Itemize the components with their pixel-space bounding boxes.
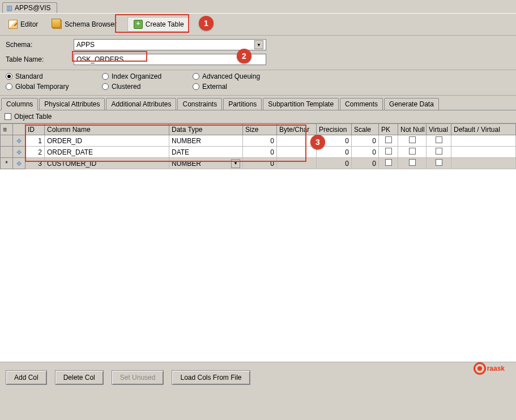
cell-id[interactable]: 3 <box>25 158 45 169</box>
cell-notnull[interactable] <box>398 158 427 169</box>
cell-datatype[interactable]: NUMBER <box>169 135 243 147</box>
cell-bytechar[interactable] <box>277 158 317 169</box>
radio-external-label: External <box>202 83 227 91</box>
grid-header-datatype[interactable]: Data Type <box>169 124 243 135</box>
cell-virtual[interactable] <box>427 135 451 147</box>
radio-standard[interactable]: Standard <box>6 72 96 80</box>
row-drag-handle[interactable]: ✥ <box>13 147 25 158</box>
tab-comments[interactable]: Comments <box>340 98 383 110</box>
schema-dropdown-button[interactable]: ▼ <box>254 40 263 49</box>
table-type-group: Standard Global Temporary Index Organize… <box>0 70 516 96</box>
delete-col-button[interactable]: Delete Col <box>55 370 104 385</box>
row-indicator: * <box>1 158 13 169</box>
cell-colname[interactable]: ORDER_ID <box>45 135 169 147</box>
radio-standard-label: Standard <box>15 72 43 80</box>
radio-dot-icon <box>102 83 109 90</box>
cell-datatype-value: NUMBER <box>172 160 201 168</box>
editor-label: Editor <box>20 20 38 28</box>
connection-tab[interactable]: ▥ APPS@VIS <box>2 2 57 13</box>
grid-header-bytechar[interactable]: Byte/Char <box>277 124 317 135</box>
cell-bytechar[interactable] <box>277 147 317 158</box>
add-col-button[interactable]: Add Col <box>6 370 47 385</box>
radio-clustered[interactable]: Clustered <box>102 83 187 91</box>
tab-partitions[interactable]: Partitions <box>223 98 262 110</box>
cell-virtual[interactable] <box>427 147 451 158</box>
grid-header-virtual[interactable]: Virtual <box>427 124 451 135</box>
cell-id[interactable]: 1 <box>25 135 45 147</box>
subtabs: Columns Physical Attributes Additional A… <box>0 96 516 110</box>
database-icon: ▥ <box>6 4 12 12</box>
grid-header-colname[interactable]: Column Name <box>45 124 169 135</box>
brand-logo: raask <box>474 362 505 375</box>
grid-header-scale[interactable]: Scale <box>352 124 379 135</box>
radio-dot-icon <box>102 73 109 80</box>
cell-pk[interactable] <box>379 158 398 169</box>
cell-precision[interactable]: 0 <box>317 158 352 169</box>
annotation-badge-3: 3 <box>310 135 325 149</box>
object-table-label: Object Table <box>14 113 52 121</box>
radio-global-temp[interactable]: Global Temporary <box>6 83 96 91</box>
load-cols-button[interactable]: Load Cols From File <box>172 370 250 385</box>
cell-default[interactable] <box>451 147 516 158</box>
radio-advanced-queuing[interactable]: Advanced Queuing <box>193 72 295 80</box>
cell-virtual[interactable] <box>427 158 451 169</box>
table-row[interactable]: * ✥ 3 CUSTOMER_ID NUMBER▼ 0 0 0 <box>1 158 516 169</box>
cell-colname[interactable]: ORDER_DATE <box>45 147 169 158</box>
datatype-dropdown-button[interactable]: ▼ <box>231 159 240 168</box>
tab-constraints[interactable]: Constraints <box>177 98 222 110</box>
cell-size[interactable]: 0 <box>243 135 277 147</box>
grid-corner: ≡ <box>1 124 13 135</box>
tab-additional-attributes[interactable]: Additional Attributes <box>106 98 176 110</box>
schema-browser-button[interactable]: Schema Browser <box>49 18 120 31</box>
cell-size[interactable]: 0 <box>243 158 277 169</box>
cell-size[interactable]: 0 <box>243 147 277 158</box>
editor-button[interactable]: Editor <box>5 18 42 31</box>
table-row[interactable]: ✥ 1 ORDER_ID NUMBER 0 0 0 <box>1 135 516 147</box>
grid-header-default[interactable]: Default / Virtual <box>451 124 516 135</box>
cell-notnull[interactable] <box>398 135 427 147</box>
tab-columns[interactable]: Columns <box>1 98 38 110</box>
cell-id[interactable]: 2 <box>25 147 45 158</box>
tab-subpartition-template[interactable]: Subpartition Template <box>263 98 339 110</box>
cell-scale[interactable]: 0 <box>352 135 379 147</box>
schema-select[interactable]: APPS ▼ <box>74 39 266 50</box>
schema-label: Schema: <box>6 41 74 49</box>
grid-header-precision[interactable]: Precision <box>317 124 352 135</box>
table-row[interactable]: ✥ 2 ORDER_DATE DATE 0 0 0 <box>1 147 516 158</box>
radio-index-organized-label: Index Organized <box>112 72 161 80</box>
radio-dot-icon <box>193 83 199 90</box>
row-drag-handle[interactable]: ✥ <box>13 135 25 147</box>
checkbox-icon <box>385 148 392 155</box>
cell-notnull[interactable] <box>398 147 427 158</box>
drag-icon: ✥ <box>16 138 22 144</box>
cell-datatype[interactable]: NUMBER▼ <box>169 158 243 169</box>
radio-dot-icon <box>193 73 199 80</box>
checkbox-icon <box>436 159 442 166</box>
cell-scale[interactable]: 0 <box>352 158 379 169</box>
cell-colname[interactable]: CUSTOMER_ID <box>45 158 169 169</box>
tab-generate-data[interactable]: Generate Data <box>384 98 439 110</box>
checkbox-icon <box>436 136 442 143</box>
cell-datatype[interactable]: DATE <box>169 147 243 158</box>
cell-pk[interactable] <box>379 135 398 147</box>
row-drag-handle[interactable]: ✥ <box>13 158 25 169</box>
radio-external[interactable]: External <box>193 83 295 91</box>
grid-header-id[interactable]: ID <box>25 124 45 135</box>
tab-physical-attributes[interactable]: Physical Attributes <box>39 98 105 110</box>
cell-pk[interactable] <box>379 147 398 158</box>
radio-index-organized[interactable]: Index Organized <box>102 72 187 80</box>
grid-header-size[interactable]: Size <box>243 124 277 135</box>
brand-icon <box>474 362 486 375</box>
radio-advanced-queuing-label: Advanced Queuing <box>202 72 260 80</box>
grid-header-notnull[interactable]: Not Null <box>398 124 427 135</box>
tablename-value: OSK_ORDERS <box>76 55 123 63</box>
radio-dot-icon <box>6 73 12 80</box>
create-table-icon <box>134 20 143 29</box>
cell-default[interactable] <box>451 135 516 147</box>
radio-global-temp-label: Global Temporary <box>15 83 69 91</box>
grid-header-pk[interactable]: PK <box>379 124 398 135</box>
cell-scale[interactable]: 0 <box>352 147 379 158</box>
cell-default[interactable] <box>451 158 516 169</box>
create-table-button[interactable]: Create Table <box>127 17 190 32</box>
object-table-checkbox[interactable] <box>5 113 11 120</box>
